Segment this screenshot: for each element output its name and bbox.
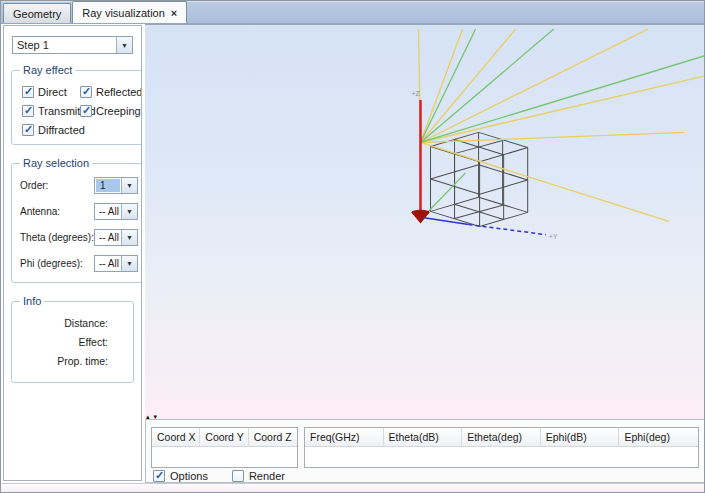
splitter-handle[interactable]: ▴ ▾ <box>146 413 157 419</box>
field-select-value: -- All -- <box>95 204 121 219</box>
step-select-value: Step 1 <box>13 37 116 53</box>
ray-selection-group: Ray selection Order:1▼Antenna:-- All --▼… <box>11 157 142 283</box>
render-checkbox[interactable]: Render <box>232 470 285 482</box>
field-select[interactable]: -- All --▼ <box>94 229 138 246</box>
ray-effect-checkbox-transmitted[interactable]: Transmitted <box>22 105 78 117</box>
tab-strip: Geometry Ray visualization × <box>1 1 704 24</box>
render-checkbox-label: Render <box>249 470 285 482</box>
app-window: Geometry Ray visualization × Step 1 ▼ Ra… <box>0 0 705 493</box>
svg-text:+Z: +Z <box>411 90 420 97</box>
field-select[interactable]: -- All --▼ <box>94 255 138 272</box>
options-checkbox[interactable]: Options <box>153 470 208 482</box>
column-header[interactable]: Ephi(deg) <box>619 428 698 446</box>
chevron-down-icon[interactable]: ▼ <box>116 37 132 53</box>
ray-effect-checkbox-diffracted[interactable]: Diffracted <box>22 124 78 136</box>
splitter-up-icon[interactable]: ▴ <box>146 413 150 419</box>
svg-text:+Y: +Y <box>549 233 558 240</box>
ray-scene: +Z+Y <box>145 25 704 419</box>
chevron-down-icon[interactable]: ▼ <box>121 230 137 245</box>
step-select[interactable]: Step 1 ▼ <box>12 36 133 54</box>
ray-selection-row: Order:1▼ <box>20 177 138 194</box>
field-label: Phi (degrees): <box>20 258 83 269</box>
column-header[interactable]: Coord X <box>152 428 200 446</box>
field-label: Antenna: <box>20 206 60 217</box>
chevron-down-icon[interactable]: ▼ <box>121 256 137 271</box>
ray-effect-checkbox-direct[interactable]: Direct <box>22 86 78 98</box>
checkbox-label: Reflected <box>96 86 142 98</box>
checkbox-box[interactable] <box>80 105 92 117</box>
tab-ray-visualization-label: Ray visualization <box>82 7 165 19</box>
coord-table-body <box>152 447 297 467</box>
chevron-down-icon[interactable]: ▼ <box>121 204 137 219</box>
checkbox-box[interactable] <box>22 86 34 98</box>
render-checkbox-box[interactable] <box>232 470 244 482</box>
status-bar <box>1 483 704 492</box>
ray-controls-sidebar: Step 1 ▼ Ray effect DirectReflectedTrans… <box>3 25 142 481</box>
field-table-body <box>305 447 698 467</box>
info-label: Distance: <box>64 317 108 329</box>
checkbox-label: Direct <box>38 86 67 98</box>
ray-effect-group: Ray effect DirectReflectedTransmittedCre… <box>11 64 142 145</box>
info-label: Prop. time: <box>57 355 108 367</box>
checkbox-box[interactable] <box>22 105 34 117</box>
tab-geometry-label: Geometry <box>13 8 61 20</box>
column-header[interactable]: Coord Y <box>200 428 248 446</box>
tab-geometry[interactable]: Geometry <box>3 3 71 23</box>
info-title: Info <box>20 295 44 307</box>
column-header[interactable]: Etheta(deg) <box>462 428 541 446</box>
field-select-value: -- All -- <box>95 230 121 245</box>
close-tab-icon[interactable]: × <box>171 9 177 18</box>
info-group: Info Distance:Effect:Prop. time: <box>11 295 134 383</box>
column-header[interactable]: Ephi(dB) <box>541 428 620 446</box>
ray-selection-row: Antenna:-- All --▼ <box>20 203 138 220</box>
options-checkbox-box[interactable] <box>153 470 165 482</box>
column-header[interactable]: Etheta(dB) <box>384 428 463 446</box>
ray-selection-row: Theta (degrees):-- All --▼ <box>20 229 138 246</box>
results-panel: Coord XCoord YCoord Z Freq(GHz)Etheta(dB… <box>145 419 704 483</box>
field-select[interactable]: -- All --▼ <box>94 203 138 220</box>
info-label: Effect: <box>78 336 108 348</box>
field-table[interactable]: Freq(GHz)Etheta(dB)Etheta(deg)Ephi(dB)Ep… <box>304 427 699 468</box>
checkbox-box[interactable] <box>80 86 92 98</box>
options-checkbox-label: Options <box>170 470 208 482</box>
column-header[interactable]: Coord Z <box>249 428 297 446</box>
ray-effect-title: Ray effect <box>20 64 75 76</box>
checkbox-label: Diffracted <box>38 124 85 136</box>
ray-selection-row: Phi (degrees):-- All --▼ <box>20 255 138 272</box>
field-label: Theta (degrees): <box>20 232 94 243</box>
viewport-3d[interactable]: +Z+Y ▴ ▾ <box>145 24 704 419</box>
ray-effect-checkbox-creeping[interactable]: Creeping <box>80 105 142 117</box>
field-select[interactable]: 1▼ <box>94 177 138 194</box>
tab-ray-visualization[interactable]: Ray visualization × <box>72 1 187 23</box>
field-select-value: 1 <box>96 179 120 192</box>
checkbox-label: Creeping <box>96 105 141 117</box>
ray-selection-title: Ray selection <box>20 157 92 169</box>
splitter-down-icon[interactable]: ▾ <box>154 413 158 419</box>
column-header[interactable]: Freq(GHz) <box>305 428 384 446</box>
field-label: Order: <box>20 180 48 191</box>
coord-table[interactable]: Coord XCoord YCoord Z <box>151 427 298 468</box>
checkbox-box[interactable] <box>22 124 34 136</box>
chevron-down-icon[interactable]: ▼ <box>121 178 137 193</box>
ray-effect-checkbox-reflected[interactable]: Reflected <box>80 86 142 98</box>
field-select-value: -- All -- <box>95 256 121 271</box>
